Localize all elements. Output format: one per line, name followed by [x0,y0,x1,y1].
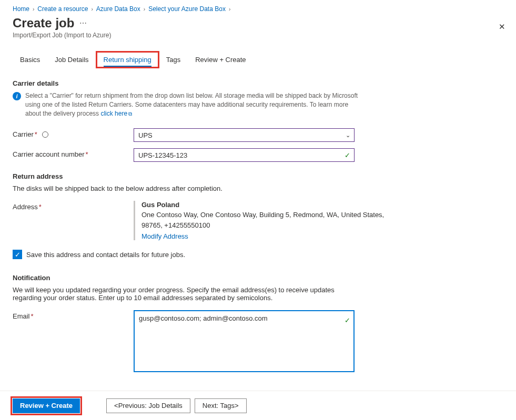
modify-address-link[interactable]: Modify Address [141,232,188,240]
close-icon[interactable]: ✕ [499,22,505,32]
review-create-button[interactable]: Review + Create [13,398,80,413]
notification-title: Notification [13,274,503,282]
tab-bar: Basics Job Details Return shipping Tags … [13,52,503,68]
breadcrumb-create-resource[interactable]: Create a resource [37,5,88,13]
external-link-icon: ⧉ [128,111,132,117]
carrier-label: Carrier* [13,128,134,138]
save-address-checkbox[interactable]: ✓ [13,250,22,259]
breadcrumb-select-data-box[interactable]: Select your Azure Data Box [148,5,226,13]
return-address-section: Return address The disks will be shipped… [13,172,503,259]
address-name: Gus Poland [141,201,397,209]
chevron-right-icon: › [91,6,93,12]
chevron-right-icon: › [33,6,34,12]
next-button[interactable]: Next: Tags> [195,398,247,413]
carrier-details-title: Carrier details [13,79,503,87]
notification-desc: We will keep you updated regarding your … [13,286,360,302]
breadcrumb-azure-data-box[interactable]: Azure Data Box [96,5,140,13]
save-address-label: Save this address and contact details fo… [26,251,185,259]
page-title: Create job [13,16,74,30]
address-label: Address* [13,201,134,211]
return-address-title: Return address [13,172,503,180]
tab-job-details[interactable]: Job Details [47,52,96,68]
chevron-right-icon: › [229,6,230,12]
address-content: Gus Poland One Contoso Way, One Contoso … [134,201,397,240]
email-input[interactable]: gusp@contoso.com; admin@contoso.com [134,310,355,372]
carrier-info-box: i Select a "Carrier" for return shipment… [13,91,360,118]
delivery-process-link[interactable]: click here⧉ [100,110,132,117]
notification-section: Notification We will keep you updated re… [13,274,503,374]
info-icon: i [13,92,21,100]
tab-tags[interactable]: Tags [159,52,188,68]
breadcrumb: Home › Create a resource › Azure Data Bo… [13,5,503,13]
page-subtitle: Import/Export Job (Import to Azure) [13,32,503,39]
carrier-select[interactable]: UPS [134,128,355,142]
email-label: Email* [13,310,134,320]
address-lines: One Contoso Way, One Contoso Way, Buildi… [141,210,397,230]
more-options-icon[interactable]: ⋯ [79,19,87,27]
previous-button[interactable]: <Previous: Job Details [106,398,190,413]
breadcrumb-home[interactable]: Home [13,5,29,13]
carrier-info-text: Select a "Carrier" for return shipment f… [25,91,360,118]
carrier-account-input[interactable]: UPS-12345-123 [134,148,355,162]
chevron-right-icon: › [144,6,145,12]
footer-bar: Review + Create <Previous: Job Details N… [0,391,516,420]
return-address-desc: The disks will be shipped back to the be… [13,185,360,192]
carrier-details-section: Carrier details i Select a "Carrier" for… [13,79,503,162]
tab-return-shipping[interactable]: Return shipping [96,52,159,68]
info-dot-icon[interactable] [42,131,48,138]
tab-review-create[interactable]: Review + Create [188,52,253,68]
carrier-account-label: Carrier account number* [13,148,134,158]
tab-basics[interactable]: Basics [13,52,47,68]
